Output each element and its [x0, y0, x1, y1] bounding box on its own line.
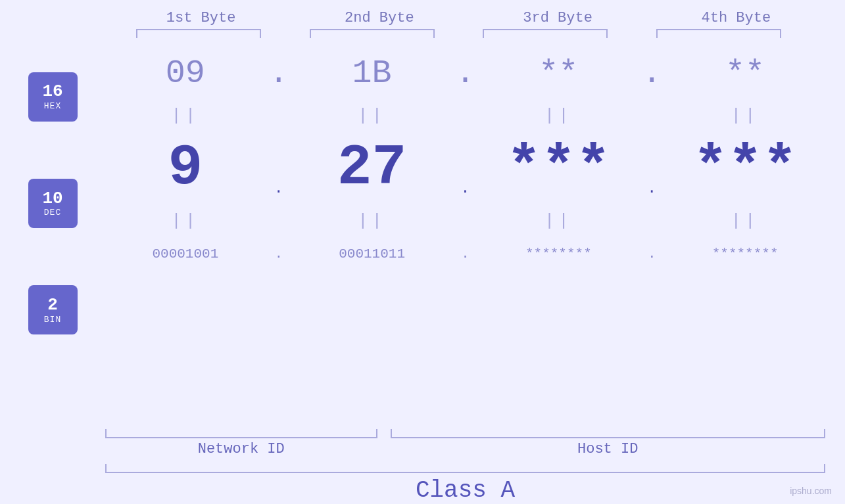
pipe-byte3: || — [479, 106, 639, 126]
data-rows: 09 . 1B . ** . ** || || || || 9 . — [105, 43, 845, 429]
pipe-byte4: || — [665, 106, 825, 126]
bracket-wrapper-4 — [632, 29, 806, 38]
top-brackets-row — [112, 29, 825, 38]
bracket-wrapper-2 — [285, 29, 459, 38]
dec-row: 9 . 27 . *** . *** — [105, 129, 845, 208]
pipe-byte2: || — [292, 106, 452, 126]
bin-byte4: ******** — [665, 246, 825, 262]
bin-badge-number: 2 — [47, 296, 58, 315]
dec-dot-2: . — [452, 140, 479, 197]
badges-column: 16 HEX 10 DEC 2 BIN — [0, 43, 105, 429]
bin-byte3: ******** — [479, 246, 639, 262]
bracket-top-4 — [656, 29, 781, 38]
hex-byte4: ** — [665, 55, 825, 92]
bracket-host-id — [391, 429, 825, 438]
hex-byte3: ** — [479, 55, 639, 92]
bin-dot-1: . — [266, 246, 292, 262]
class-label: Class A — [105, 477, 825, 504]
hex-badge: 16 HEX — [28, 72, 78, 122]
bin-badge-label: BIN — [44, 315, 61, 325]
hex-byte2: 1B — [292, 55, 452, 92]
header-byte1: 1st Byte — [112, 10, 290, 26]
bin-byte1: 00001001 — [105, 246, 266, 262]
pipe2-byte1: || — [105, 211, 266, 231]
hex-dot-1: . — [266, 55, 292, 92]
dec-byte3: *** — [479, 139, 639, 197]
main-container: 1st Byte 2nd Byte 3rd Byte 4th Byte 16 H… — [0, 0, 845, 504]
watermark: ipshu.com — [790, 486, 832, 496]
bin-row: 00001001 . 00011011 . ******** . *******… — [105, 234, 845, 273]
host-id-label: Host ID — [390, 441, 825, 457]
dec-dot-1: . — [266, 140, 292, 197]
bottom-labels: Network ID Host ID — [105, 441, 825, 457]
header-byte4: 4th Byte — [647, 10, 825, 26]
bracket-wrapper-3 — [459, 29, 633, 38]
pipe2-byte4: || — [665, 211, 825, 231]
hex-dot-3: . — [639, 55, 665, 92]
dec-byte4: *** — [665, 139, 825, 197]
pipe-row-2: || || || || — [105, 208, 845, 234]
bin-badge: 2 BIN — [28, 285, 78, 334]
hex-byte1: 09 — [105, 55, 266, 92]
bracket-top-3 — [483, 29, 608, 38]
pipe2-byte2: || — [292, 211, 452, 231]
dec-badge-number: 10 — [42, 189, 62, 208]
pipe-byte1: || — [105, 106, 266, 126]
byte-headers-row: 1st Byte 2nd Byte 3rd Byte 4th Byte — [112, 10, 845, 26]
dec-byte1: 9 — [105, 139, 266, 197]
pipe2-byte3: || — [479, 211, 639, 231]
bin-byte2: 00011011 — [292, 246, 452, 262]
pipe-row-1: || || || || — [105, 103, 845, 129]
dec-dot-3: . — [639, 140, 665, 197]
bracket-top-2 — [310, 29, 435, 38]
bracket-wrapper-1 — [112, 29, 285, 38]
bottom-section: Network ID Host ID Class A — [105, 429, 845, 504]
dec-badge: 10 DEC — [28, 179, 78, 228]
content-area: 16 HEX 10 DEC 2 BIN 09 . 1B . ** . ** — [0, 43, 845, 429]
bin-dot-3: . — [639, 246, 665, 262]
hex-badge-label: HEX — [44, 101, 61, 111]
big-bracket — [105, 464, 825, 473]
bin-dot-2: . — [452, 246, 479, 262]
dec-byte2: 27 — [292, 139, 452, 197]
hex-row: 09 . 1B . ** . ** — [105, 43, 845, 103]
hex-badge-number: 16 — [42, 82, 62, 101]
header-byte3: 3rd Byte — [469, 10, 647, 26]
bracket-top-1 — [136, 29, 261, 38]
bottom-brackets — [105, 429, 825, 438]
header-byte2: 2nd Byte — [290, 10, 468, 26]
bracket-network-id — [105, 429, 377, 438]
dec-badge-label: DEC — [44, 208, 61, 218]
hex-dot-2: . — [452, 55, 479, 92]
network-id-label: Network ID — [105, 441, 377, 457]
